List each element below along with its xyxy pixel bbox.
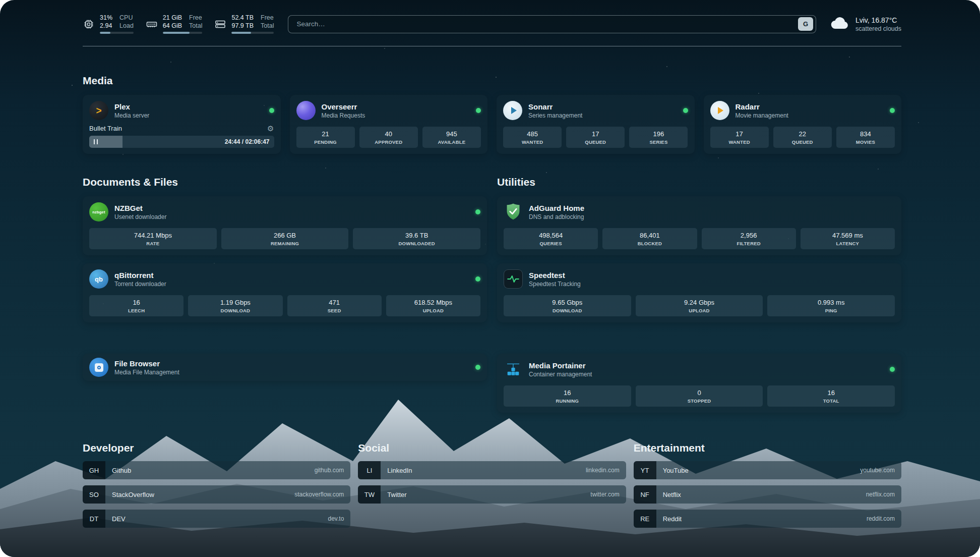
- stat-value: 618.52 Mbps: [388, 299, 478, 306]
- memory-total-value: 64 GiB: [163, 22, 182, 30]
- stat-value: 40: [361, 130, 416, 138]
- service-subtitle: Series management: [528, 112, 582, 119]
- stat-value: 0: [638, 389, 761, 397]
- service-title: Sonarr: [528, 102, 582, 111]
- service-title: NZBGet: [114, 204, 166, 212]
- service-card-nzbget[interactable]: nzbget NZBGet Usenet downloader 744.21 M…: [83, 196, 487, 255]
- service-card-filebrowser[interactable]: File Browser Media File Management: [83, 354, 487, 381]
- bookmark-url: stackoverflow.com: [294, 491, 344, 498]
- bookmark-dev[interactable]: DT DEV dev.to: [83, 510, 350, 528]
- group-media: Media > Plex Media server: [83, 75, 901, 154]
- header-divider: [83, 46, 901, 46]
- bookmark-github[interactable]: GH Github github.com: [83, 461, 350, 479]
- bookmark-abbr: NF: [634, 485, 656, 504]
- memory-usage-bar: [163, 32, 203, 34]
- memory-ram-icon: [146, 18, 158, 30]
- stat-value: 17: [712, 130, 767, 138]
- group-utilities: Utilities: [497, 176, 901, 413]
- bookmark-youtube[interactable]: YT YouTube youtube.com: [634, 461, 901, 479]
- bookmark-stackoverflow[interactable]: SO StackOverflow stackoverflow.com: [83, 485, 350, 504]
- gear-icon[interactable]: ⚙: [267, 125, 274, 132]
- nzbget-icon: nzbget: [89, 202, 108, 221]
- stat-approved: 40APPROVED: [359, 127, 418, 148]
- bookmark-url: dev.to: [328, 515, 344, 522]
- group-heading-media: Media: [83, 75, 901, 87]
- pause-icon[interactable]: [94, 139, 98, 144]
- bookmark-abbr: YT: [634, 461, 656, 479]
- stat-label: DOWNLOAD: [506, 308, 629, 313]
- disk-usage-bar: [231, 32, 274, 34]
- cpu-usage-bar: [100, 32, 134, 34]
- weather-widget: Lviv, 16.87°C scattered clouds: [830, 16, 901, 33]
- service-subtitle: Container management: [529, 371, 592, 378]
- stat-downloaded: 39.6 TBDOWNLOADED: [353, 228, 480, 249]
- search-input[interactable]: [295, 20, 798, 28]
- service-subtitle: DNS and adblocking: [529, 213, 584, 220]
- disk-total-value: 97.9 TB: [231, 22, 254, 30]
- stat-label: QUEUED: [568, 139, 623, 145]
- service-subtitle: Movie management: [736, 112, 788, 119]
- bookmark-abbr: LI: [358, 461, 381, 479]
- bookmark-url: netflix.com: [866, 491, 895, 498]
- service-card-qbittorrent[interactable]: qb qBittorrent Torrent downloader 16LEEC…: [83, 263, 487, 322]
- bookmark-name: Netflix: [663, 491, 681, 498]
- search-provider-button[interactable]: G: [798, 17, 813, 31]
- stat-label: QUEUED: [775, 139, 830, 145]
- background-stars: [0, 0, 1, 1]
- memory-free-value: 21 GiB: [163, 14, 182, 22]
- service-card-plex[interactable]: > Plex Media server Bullet Train ⚙: [83, 95, 281, 154]
- stat-upload: 9.24 GbpsUPLOAD: [636, 295, 763, 316]
- cpu-load-label: Load: [119, 22, 134, 30]
- bookmark-url: reddit.com: [867, 515, 895, 522]
- service-title: qBittorrent: [114, 271, 166, 280]
- search-bar[interactable]: G: [288, 15, 816, 33]
- bookmark-abbr: TW: [358, 485, 381, 504]
- stat-label: UPLOAD: [388, 308, 478, 313]
- service-card-portainer[interactable]: Media Portainer Container management 16R…: [497, 354, 901, 413]
- service-card-overseerr[interactable]: Overseerr Media Requests 21PENDING 40APP…: [290, 95, 488, 154]
- stat-value: 485: [505, 130, 560, 138]
- stat-queued: 17QUEUED: [566, 127, 625, 148]
- service-card-radarr[interactable]: Radarr Movie management 17WANTED 22QUEUE…: [704, 95, 902, 154]
- stat-value: 196: [631, 130, 686, 138]
- status-online-dot: [475, 209, 480, 214]
- group-heading-social: Social: [358, 442, 626, 454]
- bookmark-abbr: DT: [83, 510, 105, 528]
- playback-progress-bar[interactable]: 24:44 / 02:06:47: [89, 136, 274, 148]
- service-subtitle: Usenet downloader: [114, 213, 166, 220]
- stat-value: 9.65 Gbps: [506, 299, 629, 306]
- status-online-dot: [269, 108, 274, 113]
- stat-total: 16TOTAL: [767, 385, 895, 407]
- stat-rate: 744.21 MbpsRATE: [89, 228, 217, 249]
- cpu-widget: 31% 2.94 CPU Load: [83, 14, 134, 34]
- bookmark-linkedin[interactable]: LI LinkedIn linkedin.com: [358, 461, 626, 479]
- group-heading-utilities: Utilities: [497, 176, 901, 188]
- stat-queries: 498,564QUERIES: [504, 228, 598, 249]
- stat-running: 16RUNNING: [504, 385, 631, 407]
- bookmark-reddit[interactable]: RE Reddit reddit.com: [634, 510, 901, 528]
- group-documents: Documents & Files nzbget NZBGet Usenet d…: [83, 176, 487, 413]
- stat-label: PING: [769, 308, 893, 313]
- bookmark-netflix[interactable]: NF Netflix netflix.com: [634, 485, 901, 504]
- playback-time: 24:44 / 02:06:47: [225, 138, 270, 145]
- stat-value: 16: [91, 299, 181, 306]
- stat-seed: 471SEED: [287, 295, 382, 316]
- service-card-sonarr[interactable]: Sonarr Series management 485WANTED 17QUE…: [497, 95, 695, 154]
- weather-location-temp: Lviv, 16.87°C: [855, 16, 901, 24]
- service-card-speedtest[interactable]: Speedtest Speedtest Tracking 9.65 GbpsDO…: [497, 263, 901, 322]
- now-playing-title: Bullet Train: [89, 125, 122, 132]
- bookmark-twitter[interactable]: TW Twitter twitter.com: [358, 485, 626, 504]
- stat-remaining: 266 GBREMAINING: [221, 228, 349, 249]
- service-title: Speedtest: [529, 271, 581, 280]
- bookmark-abbr: SO: [83, 485, 105, 504]
- bookmark-name: LinkedIn: [387, 467, 412, 474]
- service-subtitle: Speedtest Tracking: [529, 281, 581, 288]
- stat-value: 266 GB: [223, 232, 347, 239]
- bookmark-name: YouTube: [663, 467, 689, 474]
- service-card-adguard[interactable]: AdGuard Home DNS and adblocking 498,564Q…: [497, 196, 901, 255]
- stat-label: RUNNING: [506, 398, 629, 404]
- stat-download: 1.19 GbpsDOWNLOAD: [188, 295, 282, 316]
- service-title: File Browser: [114, 359, 179, 368]
- bookmark-name: Reddit: [663, 515, 682, 523]
- bookmark-url: youtube.com: [860, 467, 895, 474]
